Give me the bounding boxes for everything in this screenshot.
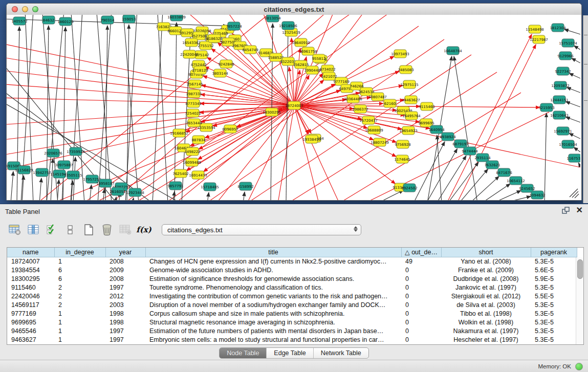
table-row[interactable]: 946362711997Embryonic stem cells: a mode… [7, 335, 577, 344]
graph-node[interactable]: 8773341 [185, 99, 201, 107]
column-header-name[interactable]: name [7, 248, 54, 257]
graph-node[interactable]: 16210643 [550, 111, 569, 119]
graph-node[interactable]: 9227342 [555, 67, 571, 75]
tab-edge-table[interactable]: Edge Table [267, 348, 313, 358]
table-row[interactable]: 1830029562008Estimation of significance … [7, 274, 577, 283]
graph-node[interactable]: 9756928 [395, 140, 410, 148]
graph-node[interactable]: 11548498 [526, 25, 544, 33]
graph-node[interactable]: 2616051 [110, 187, 125, 195]
graph-node[interactable]: 3215953 [538, 103, 554, 112]
graph-node[interactable]: 12444151 [550, 96, 569, 104]
column-header-year[interactable]: year [105, 248, 145, 257]
node-table[interactable]: namein_degreeyeartitle△ out_de…shortpage… [7, 248, 577, 344]
graph-node[interactable]: 1421072 [321, 72, 337, 80]
table-row[interactable]: 969969511998Structural magnetic resonanc… [7, 318, 577, 326]
graph-node[interactable]: 2567145 [187, 80, 203, 88]
memory-status-icon[interactable] [575, 363, 583, 370]
graph-node[interactable]: 1094632 [529, 191, 545, 199]
graph-node[interactable]: 1174645 [394, 155, 410, 163]
graph-node[interactable]: 8158992 [237, 182, 253, 190]
column-header-short[interactable]: short [441, 248, 531, 257]
select-all-icon[interactable] [44, 223, 59, 237]
graph-node[interactable]: 12975115 [400, 80, 419, 89]
graph-node[interactable]: 13942757 [33, 168, 51, 177]
network-canvas[interactable]: 1872400719384554183002959777169649756874… [7, 15, 581, 200]
graph-node[interactable]: 15692971 [554, 127, 572, 135]
graph-node[interactable]: 1990448 [304, 66, 320, 74]
graph-node[interactable]: 10688809 [365, 126, 383, 134]
table-row[interactable]: 977716911998Corpus callosum shape and si… [7, 309, 577, 318]
graph-node[interactable]: 12217987 [530, 35, 548, 43]
graph-node[interactable]: 7857224 [226, 22, 242, 30]
graph-node[interactable]: 1640954 [428, 125, 445, 134]
graph-node[interactable]: 19654923 [399, 126, 418, 135]
citation-network-graph[interactable]: 1872400719384554183002959777169649756874… [7, 15, 580, 200]
graph-node[interactable]: 1860129 [57, 17, 73, 26]
graph-node[interactable]: 8924502 [401, 184, 417, 192]
graph-node[interactable]: 8813054 [265, 15, 281, 22]
table-scrollbar[interactable] [576, 257, 583, 344]
graph-node[interactable]: 9857791 [167, 182, 183, 190]
graph-node[interactable]: 9474444 [462, 147, 478, 155]
graph-node[interactable]: 7632621 [484, 161, 500, 169]
graph-node[interactable]: 7653444 [186, 119, 202, 127]
function-builder-icon[interactable]: f(x) [136, 223, 151, 237]
graph-node[interactable]: 62160 [384, 99, 396, 107]
graph-node[interactable]: 3803144 [212, 69, 228, 77]
table-row[interactable]: 2242004622012Investigating the contribut… [7, 292, 577, 300]
graph-node[interactable]: 9115460 [419, 102, 434, 111]
graph-node[interactable]: 15718485 [201, 183, 219, 191]
table-row[interactable]: 1872400712008Changes of HCN gene express… [7, 257, 577, 266]
graph-node[interactable]: 84632 [42, 16, 55, 24]
graph-node[interactable]: 1987331 [186, 90, 202, 98]
graph-node[interactable]: 7625402 [172, 169, 188, 178]
graph-node[interactable]: 16033809 [167, 15, 186, 21]
graph-node[interactable]: 2718129 [192, 66, 208, 74]
graph-node[interactable]: 9242848 [218, 60, 234, 68]
scrollbar-thumb[interactable] [577, 259, 583, 279]
graph-node[interactable]: 1498222 [184, 147, 200, 156]
table-row[interactable]: 1938455462009Genome-wide association stu… [7, 266, 577, 274]
delete-rows-icon[interactable] [99, 223, 115, 237]
new-document-icon[interactable] [81, 223, 96, 237]
graph-node[interactable]: 8471676 [496, 168, 512, 177]
graph-node[interactable]: 16648784 [444, 47, 462, 55]
column-header-pagerank[interactable]: pagerank [531, 248, 577, 257]
graph-node[interactable]: 1812304 [550, 24, 566, 32]
graph-node[interactable]: 12923448 [126, 188, 144, 196]
table-row[interactable]: 946554611997Estimation of the future num… [7, 326, 577, 335]
graph-node[interactable]: 10654112 [507, 177, 525, 185]
graph-node[interactable]: 1405572 [11, 17, 27, 25]
table-selector-dropdown[interactable]: citations_edges.txt [162, 224, 361, 235]
graph-node[interactable]: 887834 [192, 136, 206, 144]
graph-node[interactable]: 8938924 [440, 133, 456, 141]
graph-node[interactable]: 18640910 [292, 38, 310, 47]
column-header-out_de[interactable]: △ out_de… [401, 248, 441, 257]
graph-node[interactable]: 9129966 [557, 52, 574, 60]
graph-node[interactable]: 955812 [312, 54, 326, 62]
delete-table-icon[interactable] [118, 223, 133, 237]
column-header-in_degree[interactable]: in_degree [54, 248, 105, 257]
graph-node[interactable]: 1167533 [567, 154, 580, 162]
column-select-icon[interactable] [26, 223, 41, 237]
graph-node[interactable]: 17016504 [559, 140, 577, 148]
float-window-icon[interactable] [562, 207, 570, 214]
graph-node[interactable]: 30975887 [55, 161, 73, 169]
graph-node[interactable]: 159053 [122, 15, 136, 23]
tab-network-table[interactable]: Network Table [314, 348, 368, 358]
graph-node[interactable]: 17359924 [67, 147, 85, 156]
table-settings-icon[interactable] [7, 223, 23, 237]
graph-node[interactable]: 16914473 [189, 171, 207, 179]
graph-node[interactable]: 790314 [101, 16, 115, 24]
graph-node[interactable]: 14463627 [402, 96, 420, 104]
table-row[interactable]: 1456911722003Disruption of a novel membe… [7, 300, 577, 309]
graph-node[interactable]: 7254021 [185, 109, 201, 117]
tab-node-table[interactable]: Node Table [220, 348, 267, 358]
close-icon[interactable]: ✕ [576, 206, 583, 214]
column-header-title[interactable]: title [145, 248, 401, 257]
graph-node[interactable]: 8096957 [222, 125, 238, 133]
graph-node[interactable]: 8454749 [242, 46, 258, 54]
graph-node[interactable]: 7986372 [352, 105, 368, 113]
network-window[interactable]: citations_edges.txt 18724007193845541830… [6, 3, 582, 201]
graph-node[interactable]: 7485083 [398, 65, 413, 74]
